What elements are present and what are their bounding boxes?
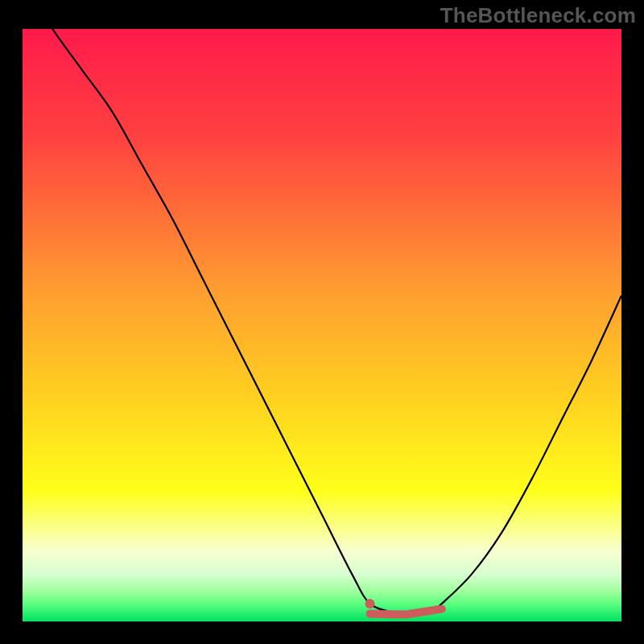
bottleneck-curve (23, 29, 621, 616)
chart-plot-area (23, 29, 621, 621)
minimum-start-dot (365, 599, 375, 609)
watermark-text: TheBottleneck.com (440, 3, 636, 28)
chart-curve-layer (23, 29, 621, 621)
